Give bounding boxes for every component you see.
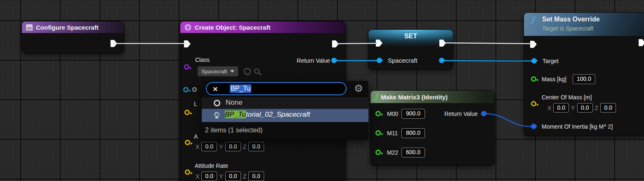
axis-z-label: Z [243, 143, 247, 150]
node-header[interactable]: Create Object: Spacecraft [180, 21, 346, 33]
collapsed-graph-icon [26, 24, 33, 31]
gear-icon[interactable]: ⚙ [354, 82, 363, 95]
node-title: Create Object: Spacecraft [195, 24, 270, 31]
node-subtitle: Target is Spacecraft [542, 25, 593, 32]
center-of-mass-pin[interactable] [531, 101, 536, 106]
exec-out-pin[interactable] [332, 40, 339, 47]
node-title: SET [368, 33, 453, 40]
mass-label: Mass [kg] [542, 75, 566, 83]
axis-y-field[interactable]: 0.0 [225, 172, 241, 181]
node-title: Set Mass Override [542, 16, 600, 23]
none-class-icon [214, 100, 220, 106]
truncated-pin-3-label: A [194, 133, 198, 140]
exec-in-pin[interactable] [184, 40, 191, 47]
target-label: Target [543, 57, 559, 65]
picker-item-bp-tutorial-02-spacecraft[interactable]: BP_Tutorial_02_Spacecraft [202, 109, 368, 122]
exec-in-pin[interactable] [530, 41, 537, 48]
vector-field-row: X 0.0 Y 0.0 Z 0.0 [196, 172, 264, 181]
node-header[interactable]: Configure Spacecraft [22, 21, 124, 33]
browse-asset-icon[interactable] [254, 68, 259, 74]
m22-label: M22 [387, 149, 398, 156]
search-input[interactable]: × BP_Tu [206, 82, 347, 95]
class-picker-dropdown: × BP_Tu ⚙ None BP_Tutorial_02_Spacecraft… [202, 81, 368, 139]
node-configure-spacecraft[interactable]: Configure Spacecraft [22, 21, 124, 53]
node-set-spacecraft-variable[interactable]: SET Spacecraft [368, 30, 453, 69]
attitude-rate-label: Attitude Rate [195, 162, 228, 169]
picker-status-text: 2 items (1 selected) [205, 127, 263, 134]
clear-search-icon[interactable]: × [213, 84, 218, 94]
spacecraft-out-pin[interactable] [439, 58, 444, 63]
return-value-pin[interactable] [481, 111, 486, 116]
attitude-rate-pin[interactable] [185, 169, 190, 175]
picker-status-bar: 2 items (1 selected) [202, 122, 368, 139]
return-value-label: Return Value [283, 57, 330, 64]
m00-label: M00 [387, 110, 398, 118]
node-set-mass-override[interactable]: ƒ Set Mass Override Target is Spacecraft… [524, 13, 644, 136]
function-icon: ƒ [531, 16, 534, 24]
return-value-pin[interactable] [331, 58, 337, 63]
truncated-pin-2-label: L [194, 100, 197, 108]
axis-y-field[interactable]: 0.0 [577, 103, 593, 113]
chevron-down-icon [230, 70, 234, 73]
blueprint-class-icon [213, 111, 221, 119]
axis-x-label: X [196, 173, 199, 180]
spawn-globe-icon [184, 24, 191, 31]
function-icon: ƒ [375, 93, 377, 101]
picker-item-none[interactable]: None [202, 97, 368, 109]
axis-x-label: X [547, 105, 551, 111]
exec-out-pin[interactable] [111, 40, 117, 47]
axis-y-label: Y [219, 173, 223, 180]
m00-pin[interactable] [375, 111, 381, 116]
axis-x-field[interactable]: 0.0 [201, 172, 217, 181]
node-title: Configure Spacecraft [36, 24, 99, 31]
variable-label: Spacecraft [388, 57, 418, 64]
search-text-selected: BP_Tu [230, 85, 251, 93]
item-label-rest: torial_02_Spacecraft [246, 110, 310, 118]
node-header[interactable]: ƒ Make Matrix3 (Identity) [370, 91, 494, 103]
axis-y-label: Y [219, 143, 223, 150]
m11-field[interactable]: 800.0 [401, 128, 425, 138]
axis-z-label: Z [595, 105, 599, 111]
axis-z-label: Z [243, 173, 247, 180]
moment-of-inertia-label: Moment Of Inertia [kg M^ 2] [542, 123, 613, 130]
axis-z-field[interactable]: 0.0 [248, 172, 264, 181]
use-selected-asset-icon[interactable]: ← [244, 68, 251, 75]
m22-pin[interactable] [375, 150, 381, 155]
node-header[interactable]: ƒ Set Mass Override Target is Spacecraft [524, 13, 644, 36]
axis-z-field[interactable]: 0.0 [248, 142, 264, 151]
mass-field[interactable]: 100.0 [573, 74, 595, 84]
truncated-pin-2[interactable] [184, 110, 190, 115]
node-title: Make Matrix3 (Identity) [381, 94, 448, 101]
blueprint-graph-canvas[interactable]: Configure Spacecraft Create Object: Spac… [0, 0, 644, 181]
m11-pin[interactable] [375, 130, 381, 136]
exec-wire-set-to-setmass [443, 43, 533, 44]
truncated-pin-1-label: O [192, 86, 197, 93]
class-pin[interactable] [184, 64, 189, 70]
axis-x-label: X [196, 143, 199, 150]
data-wire-set-to-target [442, 61, 534, 61]
target-pin[interactable] [531, 58, 537, 63]
class-selected-value: Spacecraft [201, 68, 227, 75]
axis-z-field[interactable]: 0.0 [600, 103, 616, 113]
m11-label: M11 [387, 129, 398, 137]
truncated-pin-1[interactable] [183, 87, 189, 92]
vector-field-row: X 0.0 Y 0.0 Z 0.0 [547, 103, 616, 113]
node-make-matrix3-identity[interactable]: ƒ Make Matrix3 (Identity) M00 900.0 M11 … [370, 91, 494, 165]
return-value-label: Return Value [426, 110, 478, 118]
axis-x-field[interactable]: 0.0 [553, 103, 569, 113]
exec-out-pin[interactable] [639, 39, 644, 46]
m22-field[interactable]: 600.0 [401, 148, 425, 157]
moment-of-inertia-pin[interactable] [531, 124, 536, 129]
class-select-button[interactable]: Spacecraft [198, 66, 238, 76]
m00-field[interactable]: 900.0 [401, 109, 425, 119]
spacecraft-in-pin[interactable] [377, 58, 382, 63]
axis-x-field[interactable]: 0.0 [201, 142, 217, 151]
mass-pin[interactable] [531, 76, 536, 82]
search-match-highlight: BP_Tu [225, 110, 246, 118]
truncated-pin-3[interactable] [185, 140, 190, 145]
axis-y-field[interactable]: 0.0 [225, 142, 241, 151]
class-pin-label: Class [195, 56, 210, 63]
center-of-mass-label: Center Of Mass [m] [542, 94, 592, 101]
picker-item-label: None [226, 99, 243, 107]
axis-y-label: Y [571, 105, 575, 111]
